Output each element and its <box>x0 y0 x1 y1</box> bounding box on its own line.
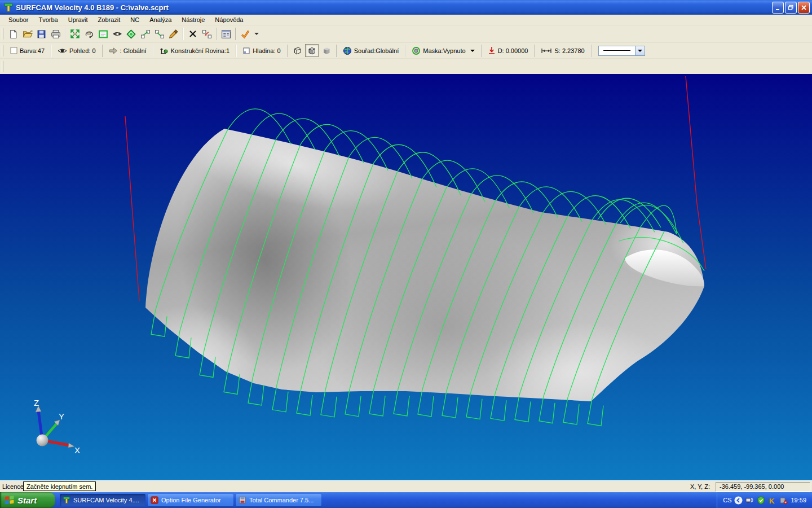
minimize-button[interactable] <box>772 2 784 14</box>
line-style-combobox[interactable] <box>598 46 645 56</box>
taskbar-clock[interactable]: 19:59 <box>791 497 806 503</box>
toolbar-separator <box>405 45 405 57</box>
toolbar-separator <box>534 45 535 57</box>
new-file-icon <box>8 29 18 39</box>
step-control[interactable]: S: 2.23780 <box>537 47 588 54</box>
option-file-generator-icon <box>151 496 158 504</box>
toolbar-separator <box>235 28 236 40</box>
color-control[interactable]: Barva:47 <box>6 47 48 54</box>
solid-line-sample <box>603 50 630 51</box>
flat-shaded-view-button[interactable] <box>320 44 333 57</box>
open-file-button[interactable] <box>20 27 34 41</box>
paintbrush-button[interactable] <box>166 27 180 41</box>
toolbar-separator <box>336 45 337 57</box>
menu-upravit[interactable]: Upravit <box>63 15 93 24</box>
undelete-button[interactable] <box>200 27 214 41</box>
wireframe-view-button[interactable] <box>290 44 304 57</box>
total-commander-icon <box>239 496 246 504</box>
main-toolbar <box>0 25 812 43</box>
menu-nastroje[interactable]: Nástroje <box>176 15 210 24</box>
verify-dropdown-caret[interactable] <box>254 33 259 35</box>
muted-device-icon[interactable] <box>779 496 788 505</box>
transform-copy-button[interactable] <box>138 27 152 41</box>
menu-tvorba[interactable]: Tvorba <box>33 15 63 24</box>
transform-move-button[interactable] <box>152 27 166 41</box>
viewport-canvas[interactable]: Z Y X <box>0 74 812 480</box>
menu-analyza[interactable]: Analýza <box>144 15 176 24</box>
close-button[interactable] <box>798 2 810 14</box>
toolbar-separator <box>153 45 153 57</box>
layer-control[interactable]: Hladina: 0 <box>239 47 285 55</box>
paintbrush-icon <box>169 29 179 39</box>
pan-view-button[interactable] <box>110 27 124 41</box>
form-editor-button[interactable] <box>219 27 233 41</box>
task-option-file-generator[interactable]: Option File Generator <box>148 494 233 506</box>
zoom-extents-button[interactable] <box>68 27 82 41</box>
task-total-commander[interactable]: Total Commander 7.5... <box>236 494 321 506</box>
task-surfcam[interactable]: SURFCAM Velocity 4.... <box>60 494 145 506</box>
line-style-dropdown-button[interactable] <box>636 46 645 56</box>
open-folder-icon <box>23 29 33 39</box>
valve-surface[interactable] <box>113 102 722 430</box>
toolbar-grip[interactable] <box>2 28 3 40</box>
verify-toolpath-button[interactable] <box>238 27 252 41</box>
global-control[interactable]: : Globální <box>105 47 151 55</box>
mask-dropdown-caret[interactable] <box>470 50 475 52</box>
mask-icon <box>412 46 421 55</box>
redraw-button[interactable] <box>124 27 138 41</box>
toolbar-separator <box>102 45 103 57</box>
layer-label: Hladina: 0 <box>253 47 281 54</box>
licence-hint-tooltip: Začněte klepnutím sem. <box>23 481 96 491</box>
title-bar[interactable]: SURFCAM Velocity 4.0 B189 - C:\valve.scp… <box>0 0 812 15</box>
language-indicator[interactable]: CS <box>723 497 731 503</box>
depth-control[interactable]: D: 0.00000 <box>484 46 532 55</box>
task-label: Total Commander 7.5... <box>249 497 314 503</box>
new-file-button[interactable] <box>6 27 20 41</box>
delete-button[interactable] <box>186 27 200 41</box>
construction-plane-control[interactable]: Konstrukční Rovina:1 <box>156 46 234 55</box>
xyz-value: -36.459, -99.365, 0.000 <box>720 483 784 490</box>
system-tray: CS K 19:59 <box>717 492 812 508</box>
axis-z-label: Z <box>34 398 39 408</box>
toolbar-grip[interactable] <box>2 45 3 56</box>
menu-napoveda[interactable]: Nápověda <box>210 15 248 24</box>
shield-check-icon[interactable] <box>757 496 765 505</box>
print-button[interactable] <box>48 27 63 41</box>
task-buttons: SURFCAM Velocity 4.... Option File Gener… <box>55 492 717 508</box>
surfcam-app-icon <box>3 2 14 12</box>
shaded-view-button[interactable] <box>305 44 319 57</box>
mask-label: Maska:Vypnuto <box>423 47 465 54</box>
line-style-value <box>598 46 636 56</box>
save-button[interactable] <box>34 27 48 41</box>
coordinate-system-label: Souřad:Globální <box>354 47 399 54</box>
menu-soubor[interactable]: Soubor <box>3 15 33 24</box>
mask-control[interactable]: Maska:Vypnuto <box>408 46 478 55</box>
view-control[interactable]: Pohled: 0 <box>54 47 99 54</box>
toolbar-grip[interactable] <box>2 61 3 72</box>
statusbar-right: X, Y, Z: -36.459, -99.365, 0.000 <box>686 481 812 492</box>
rotate-view-button[interactable] <box>82 27 96 41</box>
menu-nc[interactable]: NC <box>125 15 144 24</box>
depth-label: D: 0.00000 <box>498 47 528 54</box>
zoom-extents-icon <box>70 29 80 39</box>
global-label: : Globální <box>120 47 147 54</box>
hide-icons-chevron-icon[interactable] <box>734 496 743 505</box>
toolbar-separator <box>216 28 217 40</box>
toolbar-separator <box>481 45 482 57</box>
construction-plane-icon <box>160 46 169 55</box>
network-monitor-icon[interactable] <box>745 496 754 505</box>
pan-view-icon <box>112 29 122 38</box>
toolbar-separator <box>236 45 236 57</box>
restore-button[interactable] <box>785 2 797 14</box>
coordinate-system-control[interactable]: Souřad:Globální <box>339 46 403 55</box>
task-label: Option File Generator <box>161 497 221 503</box>
surfcam-window: SURFCAM Velocity 4.0 B189 - C:\valve.scp… <box>0 0 812 508</box>
menu-zobrazit[interactable]: Zobrazit <box>93 15 126 24</box>
start-button[interactable]: Start <box>0 492 55 508</box>
taskbar: Start SURFCAM Velocity 4.... Option File… <box>0 492 812 508</box>
xyz-value-cell: -36.459, -99.365, 0.000 <box>716 482 810 492</box>
svg-text:K: K <box>769 496 775 505</box>
ruler-icon <box>541 47 552 54</box>
zoom-window-button[interactable] <box>96 27 110 41</box>
kerio-k-icon[interactable]: K <box>768 496 776 505</box>
